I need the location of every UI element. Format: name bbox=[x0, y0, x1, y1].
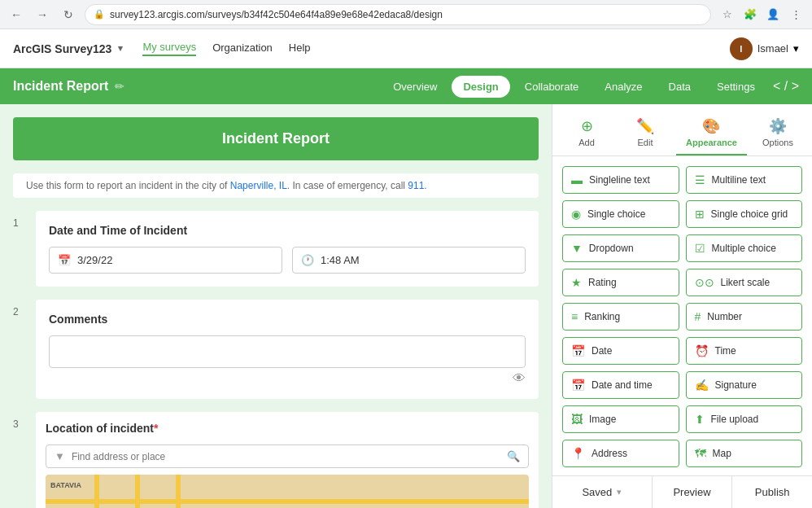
preview-button[interactable]: Preview bbox=[653, 476, 733, 508]
nav-my-surveys[interactable]: My surveys bbox=[142, 41, 196, 56]
widget-multiline-text[interactable]: ☰ Multiline text bbox=[686, 166, 803, 194]
save-dropdown-icon[interactable]: ▾ bbox=[617, 487, 622, 497]
bookmark-button[interactable]: ☆ bbox=[718, 5, 737, 24]
widget-multiple-choice[interactable]: ☑ Multiple choice bbox=[686, 234, 803, 262]
map-container: BATAVIA NORTHAURORA Beat 1 Beat 2 Beat 3… bbox=[46, 475, 529, 508]
nav-help[interactable]: Help bbox=[289, 42, 311, 55]
question-number-3: 3 bbox=[13, 412, 29, 430]
widget-singleline-text[interactable]: ▬ Singleline text bbox=[562, 166, 679, 194]
url-text: survey123.arcgis.com/surveys/b34f42c504e… bbox=[110, 9, 702, 20]
map-label-batavia: BATAVIA bbox=[50, 481, 81, 489]
app-logo-dropdown-icon[interactable]: ▾ bbox=[118, 43, 123, 54]
share-button[interactable]: < / > bbox=[773, 79, 799, 94]
survey-area: Incident Report Use this form to report … bbox=[0, 104, 552, 508]
map-search-input[interactable] bbox=[72, 451, 500, 462]
widget-address[interactable]: 📍 Address bbox=[562, 440, 679, 467]
reload-button[interactable]: ↻ bbox=[59, 5, 78, 24]
app-name: ArcGIS Survey123 bbox=[13, 42, 111, 55]
survey-toolbar: Incident Report ✏ Overview Design Collab… bbox=[0, 68, 812, 104]
question-card-1: Date and Time of Incident 📅 3/29/22 🕐 1:… bbox=[36, 211, 539, 287]
user-dropdown-icon: ▾ bbox=[793, 42, 799, 55]
main-content: Incident Report Use this form to report … bbox=[0, 104, 812, 508]
widget-rating[interactable]: ★ Rating bbox=[562, 269, 679, 296]
panel-tab-edit[interactable]: ✏️ Edit bbox=[618, 111, 673, 155]
map-icon: 🗺 bbox=[695, 447, 706, 460]
question-label-3: Location of incident* bbox=[46, 422, 529, 435]
widget-map-label: Map bbox=[713, 448, 731, 459]
forward-button[interactable]: → bbox=[33, 5, 52, 24]
form-header: Incident Report bbox=[13, 117, 539, 160]
menu-button[interactable]: ⋮ bbox=[786, 5, 805, 24]
subtitle-link-911[interactable]: 911 bbox=[408, 180, 424, 191]
widget-single-choice-grid[interactable]: ⊞ Single choice grid bbox=[686, 200, 803, 228]
widget-file-upload[interactable]: ⬆ File upload bbox=[686, 405, 803, 433]
back-button[interactable]: ← bbox=[7, 5, 26, 24]
widget-dropdown[interactable]: ▼ Dropdown bbox=[562, 234, 679, 262]
time-input[interactable]: 🕐 1:48 AM bbox=[292, 247, 526, 274]
tab-overview[interactable]: Overview bbox=[382, 76, 448, 98]
app-logo: ArcGIS Survey123 ▾ bbox=[13, 42, 123, 55]
tab-collaborate[interactable]: Collaborate bbox=[513, 76, 591, 98]
widget-date[interactable]: 📅 Date bbox=[562, 337, 679, 365]
url-bar[interactable]: 🔒 survey123.arcgis.com/surveys/b34f42c50… bbox=[85, 4, 711, 25]
widget-image[interactable]: 🖼 Image bbox=[562, 405, 679, 433]
nav-links: My surveys Organization Help bbox=[142, 41, 310, 56]
widget-number-label: Number bbox=[707, 311, 742, 322]
user-avatar[interactable]: I Ismael ▾ bbox=[730, 37, 799, 60]
map-road-v3 bbox=[176, 475, 181, 508]
options-tab-label: Options bbox=[762, 138, 793, 147]
widget-time-label: Time bbox=[715, 345, 736, 357]
widget-number[interactable]: # Number bbox=[686, 303, 803, 331]
tab-analyze[interactable]: Analyze bbox=[593, 76, 653, 98]
edit-tab-icon: ✏️ bbox=[636, 117, 654, 135]
extension-button[interactable]: 🧩 bbox=[740, 5, 760, 24]
subtitle-link-naperville[interactable]: Naperville, IL bbox=[230, 180, 287, 191]
widget-map[interactable]: 🗺 Map bbox=[686, 440, 803, 467]
options-tab-icon: ⚙️ bbox=[769, 117, 787, 135]
save-label: Saved bbox=[582, 486, 612, 498]
bottom-bar: Saved ▾ Preview Publish bbox=[552, 475, 812, 508]
add-tab-icon: ⊕ bbox=[581, 117, 593, 135]
panel-tab-appearance[interactable]: 🎨 Appearance bbox=[676, 111, 747, 155]
panel-content: ▬ Singleline text ☰ Multiline text ◉ Sin… bbox=[552, 156, 812, 475]
map-search-bar[interactable]: ▼ 🔍 bbox=[46, 444, 529, 468]
browser-bar: ← → ↻ 🔒 survey123.arcgis.com/surveys/b34… bbox=[0, 0, 812, 29]
widget-ranking[interactable]: ≡ Ranking bbox=[562, 303, 679, 331]
visibility-icon[interactable]: 👁 bbox=[513, 371, 526, 386]
question-row-2: 2 Comments 👁 bbox=[13, 300, 539, 399]
datetime-icon: 📅 bbox=[571, 379, 585, 392]
date-input[interactable]: 📅 3/29/22 bbox=[49, 247, 282, 274]
toolbar-nav: Overview Design Collaborate Analyze Data… bbox=[382, 76, 766, 98]
profile-button[interactable]: 👤 bbox=[763, 5, 783, 24]
edit-tab-label: Edit bbox=[638, 138, 653, 147]
question-label-2: Comments bbox=[49, 313, 526, 326]
file-upload-icon: ⬆ bbox=[695, 413, 705, 426]
widget-date-label: Date bbox=[592, 345, 612, 357]
nav-organization[interactable]: Organization bbox=[212, 42, 273, 55]
widget-time[interactable]: ⏰ Time bbox=[686, 337, 803, 365]
widget-datetime-label: Date and time bbox=[592, 379, 653, 391]
map-search-submit-icon[interactable]: 🔍 bbox=[507, 450, 520, 462]
form-title: Incident Report bbox=[222, 130, 330, 147]
widget-multiple-choice-label: Multiple choice bbox=[712, 243, 776, 254]
tab-design[interactable]: Design bbox=[452, 76, 509, 98]
tab-settings[interactable]: Settings bbox=[705, 76, 766, 98]
comments-input[interactable] bbox=[49, 335, 526, 368]
widget-likert[interactable]: ⊙⊙ Likert scale bbox=[686, 269, 803, 296]
panel-tab-options[interactable]: ⚙️ Options bbox=[750, 111, 805, 155]
rating-icon: ★ bbox=[571, 276, 582, 289]
single-choice-icon: ◉ bbox=[571, 208, 581, 221]
panel-tab-add[interactable]: ⊕ Add bbox=[559, 111, 614, 155]
save-area[interactable]: Saved ▾ bbox=[552, 476, 653, 508]
widget-multiline-text-label: Multiline text bbox=[712, 174, 766, 186]
widget-single-choice[interactable]: ◉ Single choice bbox=[562, 200, 679, 228]
single-choice-grid-icon: ⊞ bbox=[695, 208, 705, 221]
tab-data[interactable]: Data bbox=[657, 76, 702, 98]
widget-signature[interactable]: ✍ Signature bbox=[686, 371, 803, 399]
publish-button[interactable]: Publish bbox=[732, 476, 812, 508]
question-card-2: Comments 👁 bbox=[36, 300, 539, 399]
lock-icon: 🔒 bbox=[94, 9, 105, 20]
date-time-row: 📅 3/29/22 🕐 1:48 AM bbox=[49, 247, 526, 274]
widget-date-time[interactable]: 📅 Date and time bbox=[562, 371, 679, 399]
edit-title-button[interactable]: ✏ bbox=[115, 80, 124, 93]
